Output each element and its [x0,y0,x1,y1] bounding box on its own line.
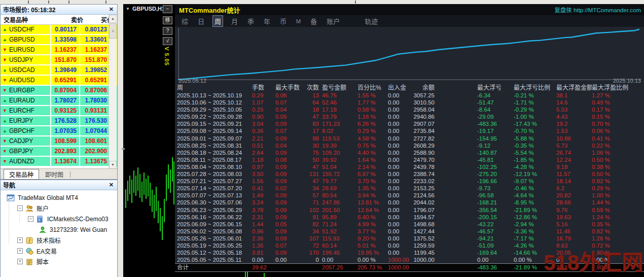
menu-item-3[interactable]: 月 [230,16,239,26]
header-6[interactable]: 百分比% [357,84,388,92]
stats-row-4[interactable]: 2025.09.15 ~ 2025.09.213.040.0983171.236… [175,120,644,127]
menu-item-10[interactable]: 轨迹 [363,16,379,26]
stats-row-16[interactable]: 2025.06.23 ~ 2025.06.293.780.09102201.50… [175,206,644,214]
stats-row-7[interactable]: 2025.08.25 ~ 2025.08.310.510.043019.390.… [175,142,644,149]
stats-row-6[interactable]: 2025.09.01 ~ 2025.09.072.210.0988119.534… [175,135,644,142]
market-watch-row-gbpchf[interactable]: ▲GBPCHF1.070351.07044 [1,126,117,136]
market-watch-row-gbpjpy[interactable]: ▼GBPJPY202.893202.900 [1,147,117,157]
stats-row-10[interactable]: 2025.08.04 ~ 2025.08.100.970.094751.042.… [175,163,644,170]
scrollbar[interactable]: ▲ ≡ ▼ [109,15,117,169]
stats-row-17[interactable]: 2025.06.16 ~ 2025.06.222.310.099195.896.… [175,214,644,221]
expand-icon[interactable]: + [17,237,23,243]
collapse-icon[interactable]: − [17,205,23,211]
header-5[interactable]: 盈亏金额 [322,84,357,92]
nav-item-6[interactable]: +脚本 [1,256,117,267]
nav-item-1[interactable]: −账户 [1,203,117,214]
stats-row-3[interactable]: 2025.09.22 ~ 2025.09.280.900.054733.791.… [175,113,644,120]
cell: 72 [305,242,322,249]
market-watch-row-audnzd[interactable]: ▼AUDNZD1.136741.13675 [1,157,117,167]
stats-row-11[interactable]: 2025.07.28 ~ 2025.08.033.500.09131155.72… [175,170,644,178]
scroll-thumb[interactable]: ≡ [109,23,117,39]
market-watch-row-cadjpy[interactable]: ▼CADJPY108.599108.601 [1,136,117,147]
close-icon[interactable]: ✕ [108,182,115,188]
cell: 170 [305,249,322,256]
header-7[interactable]: 出入金 [388,84,412,92]
market-watch-row-euraud[interactable]: ▲EURAUD1.780271.78030 [1,96,117,106]
stats-row-18[interactable]: 2025.06.09 ~ 2025.06.151.440.058271.244.… [175,221,644,228]
stats-row-5[interactable]: 2025.09.08 ~ 2025.09.140.360.07178.020.2… [175,127,644,134]
header-4[interactable]: 次数 [305,84,322,92]
scroll-down-icon[interactable]: ▼ [109,161,117,169]
close-icon[interactable]: ✕ [108,6,115,13]
expand-icon[interactable]: + [17,248,23,254]
collapse-icon[interactable]: − [28,216,33,222]
scroll-up-icon[interactable]: ▲ [109,15,117,23]
mtcommander-link[interactable]: 复盘侠 http://MTCommander.com [554,6,641,14]
cell: 0.75 % [357,142,388,149]
header-8[interactable]: 余额 [412,84,435,92]
menu-item-5[interactable]: 年 [262,16,272,26]
minimize-button[interactable]: − [163,5,172,13]
cell: 2.14 % [357,163,388,170]
menu-item-8[interactable]: 备 [309,16,318,26]
header-10[interactable]: 最大浮亏 [473,84,510,92]
menu-item-9[interactable]: 账户 [325,16,341,26]
cell: 1.35 [251,242,274,249]
stats-row-20[interactable]: 2025.05.26 ~ 2025.06.012.360.09107115.93… [175,235,644,242]
market-watch-row-eurgbp[interactable]: ▼EURGBP0.870040.87006 [1,86,117,96]
navigator-panel: 导航 ✕ TradeMax Global MT4−账户−ICMarketsSC-… [0,180,118,277]
menu-item-6[interactable]: 币 [278,16,288,26]
nav-item-4[interactable]: +f技术指标 [1,235,117,246]
cell: 0.38 % [592,163,638,170]
market-watch-row-usdchf[interactable]: ▲USDCHF0.801170.80123 [1,25,117,35]
market-watch-row-usdcad[interactable]: ▲USDCAD1.398491.39852 [1,65,117,76]
market-watch-row-eurusd[interactable]: ▼EURUSD1.162371.16237 [1,45,117,55]
market-watch-row-eurchf[interactable]: ▼EURCHF0.931250.93131 [1,106,117,116]
stats-row-15[interactable]: 2025.06.30 ~ 2025.07.063.240.0971247.951… [175,199,644,206]
tab-tick-chart[interactable]: 即时图 [40,169,68,179]
stats-row-0[interactable]: 2025.10.13 ~ 2025.10.190.290.061346.751.… [175,92,644,99]
header-9[interactable] [435,84,473,92]
stats-row-2[interactable]: 2025.09.29 ~ 2025.10.050.250.041817.180.… [175,106,644,113]
stats-row-13[interactable]: 2025.07.14 ~ 2025.07.200.410.023428.691.… [175,185,644,192]
cell: 0.96 [251,228,274,235]
column-symbol[interactable]: 交易品种 [1,15,54,24]
header-12[interactable]: 最大浮盈金额 [552,84,592,92]
market-watch-row-usdjpy[interactable]: ▼USDJPY151.870151.870 [1,55,117,65]
cell: 2439.78 [412,163,435,170]
nav-item-0[interactable]: TradeMax Global MT4 [1,192,117,203]
menu-item-4[interactable]: 季 [246,16,256,26]
header-13[interactable]: 最大浮盈比例 [592,84,638,92]
menu-item-1[interactable]: 日 [196,16,206,26]
bid-value: 108.599 [51,136,80,147]
tab-symbols[interactable]: 交易品种 [4,169,39,180]
nav-item-5[interactable]: +EA交易 [1,246,117,256]
version-label: V 5.05 [164,47,170,66]
ask-value: 1.16237 [80,45,110,55]
header-11[interactable]: 最大浮亏比例 [510,84,552,92]
market-watch-row-gbpusd[interactable]: ▲GBPUSD1.335981.33601 [1,35,117,45]
market-watch-row-eurjpy[interactable]: ▲EURJPY176.528176.530 [1,116,117,126]
nav-item-2[interactable]: −ICMarketsSC-Demo03 [1,214,117,224]
header-1[interactable]: 周 [177,84,251,92]
menu-item-7[interactable]: M [295,18,302,25]
panel-splitter[interactable] [118,4,122,277]
column-bid[interactable]: 卖价 [54,15,86,24]
expand-icon[interactable]: + [17,259,23,264]
market-watch-row-audusd[interactable]: ▼AUDUSD0.652910.65291 [1,76,117,86]
check-button[interactable]: √ [163,37,172,45]
stats-row-12[interactable]: 2025.07.21 ~ 2025.07.271.550.094779.773.… [175,178,644,185]
move-button[interactable]: 移 [163,16,172,24]
stats-row-14[interactable]: 2025.07.07 ~ 2025.07.131.490.095780.543.… [175,192,644,199]
server-icon [36,216,44,223]
stats-row-9[interactable]: 2025.08.11 ~ 2025.08.171.180.085039.921.… [175,156,644,163]
menu-item-0[interactable]: 综 [180,16,190,26]
stats-row-8[interactable]: 2025.08.18 ~ 2025.08.242.640.0975109.204… [175,149,644,156]
stats-row-1[interactable]: 2025.10.06 ~ 2025.10.121.070.076452.461.… [175,99,644,106]
stats-row-19[interactable]: 2025.06.02 ~ 2025.06.080.960.093451.923.… [175,228,644,235]
header-2[interactable]: 手数 [251,84,274,92]
help-button[interactable]: ? [163,27,172,35]
menu-item-2[interactable]: 周 [212,15,223,27]
nav-item-3[interactable]: 31273239: Wei Guan [1,224,117,235]
header-3[interactable]: 最大手数 [274,84,305,92]
